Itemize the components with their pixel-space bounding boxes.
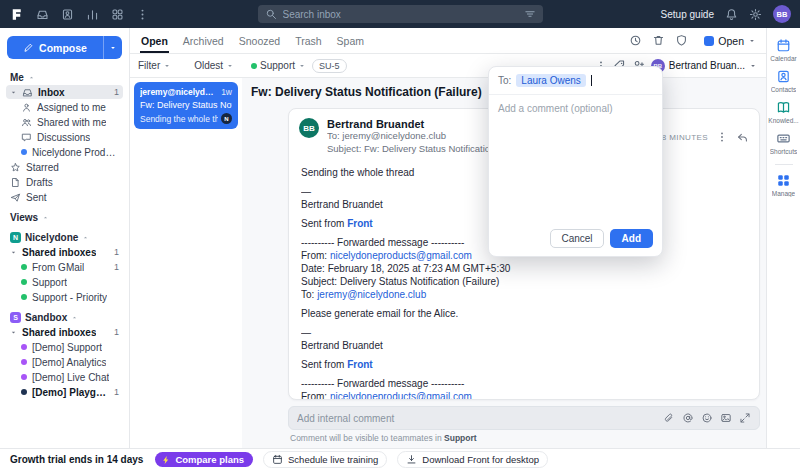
search-bar[interactable]	[258, 5, 543, 23]
conversation-snippet: Sending the whole thread	[140, 114, 218, 124]
calendar-icon	[776, 38, 791, 53]
compose-button[interactable]: Compose	[7, 36, 103, 59]
paperclip-icon[interactable]	[663, 412, 675, 424]
rightbar-label: Calendar	[770, 55, 796, 62]
compare-plans-button[interactable]: Compare plans	[155, 452, 253, 467]
rightbar-manage[interactable]: Manage	[767, 173, 800, 197]
sort-dropdown[interactable]: Oldest	[180, 60, 234, 71]
message-link[interactable]: nicelydoneproducts@gmail.com	[330, 250, 472, 261]
tab-archived[interactable]: Archived	[182, 28, 225, 53]
sidebar-item-demo-playground[interactable]: [Demo] Playground1	[6, 385, 123, 399]
search-input[interactable]	[283, 9, 518, 20]
notifications-bell-icon[interactable]	[725, 8, 738, 21]
conversation-from: jeremy@nicelydone.club	[140, 87, 218, 97]
sidebar-item-demo-support[interactable]: [Demo] Support	[6, 340, 123, 354]
sidebar-section-views[interactable]: Views	[6, 210, 123, 224]
schedule-training-button[interactable]: Schedule live training	[263, 451, 387, 468]
sidebar-item-nicelydone-products[interactable]: Nicelydone Products	[6, 145, 123, 159]
people-icon	[21, 117, 32, 128]
ticket-id-badge[interactable]: SU-5	[312, 59, 347, 73]
spam-shield-icon[interactable]	[675, 34, 688, 47]
sidebar-section-sandbox[interactable]: SSandbox	[6, 310, 123, 324]
sidebar-item-label: Assigned to me	[37, 102, 106, 113]
tab-spam[interactable]: Spam	[336, 28, 365, 53]
expand-icon[interactable]	[739, 412, 751, 424]
sidebar-item-shared-inboxes[interactable]: Shared inboxes1	[6, 245, 123, 259]
message-link[interactable]: nicelydoneproducts@gmail.com	[330, 391, 472, 400]
sender-avatar: BB	[299, 118, 319, 138]
sidebar-item-inbox[interactable]: Inbox1	[6, 85, 123, 99]
user-avatar[interactable]: BB	[773, 5, 791, 23]
trash-icon[interactable]	[652, 34, 665, 47]
trial-status-text: Growth trial ends in 14 days	[10, 454, 143, 465]
sidebar-item-from-gmail[interactable]: From GMail1	[6, 260, 123, 274]
filter-label: Filter	[138, 60, 160, 71]
tab-actions: Open	[629, 28, 756, 53]
internal-comment-input[interactable]: Add internal comment	[288, 406, 760, 430]
sidebar-item-starred[interactable]: Starred	[6, 160, 123, 174]
sidebar-item-discussions[interactable]: Discussions	[6, 130, 123, 144]
rightbar-calendar[interactable]: Calendar	[767, 38, 800, 62]
inbox-icon	[22, 87, 33, 98]
image-icon[interactable]	[720, 412, 732, 424]
sidebar-item-drafts[interactable]: Drafts	[6, 175, 123, 189]
rightbar-contacts[interactable]: Contacts	[767, 69, 800, 93]
sidebar-item-demo-live-chat[interactable]: [Demo] Live Chat	[6, 370, 123, 384]
sidebar-item-label: Sent	[26, 192, 47, 203]
tab-trash[interactable]: Trash	[294, 28, 322, 53]
filter-dropdown[interactable]: Filter	[138, 60, 171, 71]
reply-icon[interactable]	[736, 131, 749, 144]
rightbar-knowled[interactable]: Knowled...	[767, 100, 800, 124]
sidebar-item-label: Discussions	[37, 132, 90, 143]
message-menu-icon[interactable]	[716, 131, 728, 143]
cancel-button[interactable]: Cancel	[550, 229, 603, 248]
sidebar-item-support-priority[interactable]: Support - Priority	[6, 290, 123, 304]
sidebar-item-shared-with-me[interactable]: Shared with me	[6, 115, 123, 129]
comment-textarea[interactable]: Add a comment (optional)	[489, 95, 662, 221]
sidebar-item-support[interactable]: Support	[6, 275, 123, 289]
inbox-color-dot	[21, 149, 27, 155]
inbox-icon[interactable]	[36, 8, 49, 21]
download-desktop-button[interactable]: Download Front for desktop	[397, 451, 548, 468]
conversation-state-selector[interactable]: Open	[704, 35, 756, 47]
topbar-nav	[36, 8, 124, 21]
settings-gear-icon[interactable]	[749, 8, 762, 21]
comment-popup: To: Laura Owens Add a comment (optional)…	[488, 66, 663, 257]
unread-count: 1	[114, 327, 119, 337]
emoji-icon[interactable]	[701, 412, 713, 424]
message-actions: 38 MINUTES	[657, 118, 749, 156]
add-button[interactable]: Add	[610, 229, 653, 248]
more-menu-icon[interactable]	[136, 8, 149, 21]
conversation-list-item[interactable]: jeremy@nicelydone.club1wFw: Delivery Sta…	[134, 82, 238, 129]
contacts-icon[interactable]	[61, 8, 74, 21]
chevron-down-icon	[109, 44, 117, 52]
message-link[interactable]: jeremy@nicelydone.club	[317, 289, 426, 300]
analytics-icon[interactable]	[86, 8, 99, 21]
manage-icon	[776, 173, 791, 188]
sidebar-item-sent[interactable]: Sent	[6, 190, 123, 204]
star-icon	[10, 162, 21, 173]
sidebar-item-demo-analytics[interactable]: [Demo] Analytics	[6, 355, 123, 369]
front-logo-icon[interactable]	[9, 7, 24, 22]
compose-dropdown-button[interactable]	[103, 36, 122, 59]
sidebar-item-assigned-to-me[interactable]: Assigned to me	[6, 100, 123, 114]
plane-icon	[10, 192, 21, 203]
sidebar-section-nicelydone[interactable]: NNicelydone	[6, 230, 123, 244]
tab-snoozed[interactable]: Snoozed	[238, 28, 281, 53]
inbox-tag-dropdown[interactable]: Support	[251, 60, 306, 71]
rightbar-shortcuts[interactable]: Shortcuts	[767, 131, 800, 155]
message-link[interactable]: Front	[347, 359, 373, 370]
snooze-clock-icon[interactable]	[629, 34, 642, 47]
recipient-chip[interactable]: Laura Owens	[516, 74, 585, 87]
mention-icon[interactable]	[682, 412, 694, 424]
sidebar-item-shared-inboxes[interactable]: Shared inboxes1	[6, 325, 123, 339]
assignee-selector[interactable]: BB Bertrand Bruan...	[651, 59, 757, 73]
sidebar-section-me[interactable]: Me	[6, 70, 123, 84]
message-link[interactable]: Front	[347, 218, 373, 229]
setup-guide-link[interactable]: Setup guide	[661, 9, 714, 20]
search-filter-icon[interactable]	[524, 8, 536, 20]
tab-open[interactable]: Open	[140, 28, 169, 53]
inbox-color-dot	[21, 264, 27, 270]
green-dot-icon	[251, 63, 257, 69]
apps-icon[interactable]	[111, 8, 124, 21]
